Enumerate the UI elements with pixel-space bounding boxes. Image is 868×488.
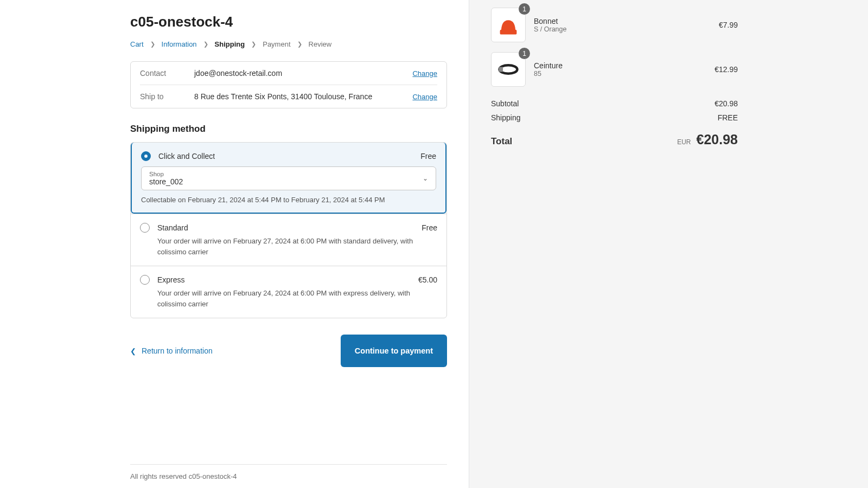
return-link-label: Return to information xyxy=(142,346,213,355)
item-price: €7.99 xyxy=(719,21,738,29)
method-click-collect[interactable]: Click and Collect Free Shop store_002 ⌄ … xyxy=(131,143,446,214)
method-name: Express xyxy=(157,275,411,284)
item-name: Ceinture xyxy=(534,61,706,70)
method-price: Free xyxy=(420,152,436,160)
subtotal-row: Subtotal €20.98 xyxy=(491,97,738,111)
shipto-value: 8 Rue des Trente Six Ponts, 31400 Toulou… xyxy=(194,92,412,101)
total-row: Total EUR €20.98 xyxy=(491,129,738,150)
total-currency: EUR xyxy=(677,138,691,146)
item-variant: 85 xyxy=(534,70,706,78)
breadcrumb-review: Review xyxy=(309,40,332,48)
shipping-row: Shipping FREE xyxy=(491,111,738,125)
shipping-methods: Click and Collect Free Shop store_002 ⌄ … xyxy=(130,142,447,318)
page-title: c05-onestock-4 xyxy=(130,14,447,30)
chevron-right-icon: ❯ xyxy=(150,41,155,48)
shipping-method-title: Shipping method xyxy=(130,124,447,134)
contact-value: jdoe@onestock-retail.com xyxy=(194,69,412,78)
chevron-right-icon: ❯ xyxy=(203,41,208,48)
chevron-down-icon: ⌄ xyxy=(423,175,428,182)
review-row-contact: Contact jdoe@onestock-retail.com Change xyxy=(140,62,437,85)
breadcrumb-payment: Payment xyxy=(263,40,290,48)
method-standard[interactable]: Standard Free Your order will arrive on … xyxy=(131,214,446,266)
order-summary: 1 Bonnet S / Orange €7.99 1 Ceinture 85 … xyxy=(469,0,868,488)
shipto-label: Ship to xyxy=(140,92,194,101)
item-price: €12.99 xyxy=(714,65,738,74)
method-price: €5.00 xyxy=(418,275,437,284)
shop-select-value: store_002 xyxy=(149,177,183,186)
qty-badge: 1 xyxy=(519,48,530,59)
item-name: Bonnet xyxy=(534,17,711,25)
review-box: Contact jdoe@onestock-retail.com Change … xyxy=(130,61,447,108)
method-price: Free xyxy=(422,223,437,232)
cart-item: 1 Ceinture 85 €12.99 xyxy=(491,52,738,87)
actions-row: ❮ Return to information Continue to paym… xyxy=(130,335,447,367)
chevron-left-icon: ❮ xyxy=(130,347,136,355)
footer-text: All rights reserved c05-onestock-4 xyxy=(130,464,447,488)
svg-rect-2 xyxy=(499,67,503,72)
method-express[interactable]: Express €5.00 Your order will arrive on … xyxy=(131,266,446,318)
chevron-right-icon: ❯ xyxy=(297,41,302,48)
shop-select-label: Shop xyxy=(149,171,183,177)
belt-icon xyxy=(496,57,520,81)
radio-icon[interactable] xyxy=(140,275,150,285)
method-desc: Your order will arrive on February 24, 2… xyxy=(157,288,437,309)
collect-note: Collectable on February 21, 2024 at 5:44… xyxy=(141,196,436,204)
return-link[interactable]: ❮ Return to information xyxy=(130,346,213,355)
total-value: €20.98 xyxy=(697,132,738,147)
contact-label: Contact xyxy=(140,69,194,78)
shipping-label: Shipping xyxy=(491,113,521,122)
shop-select[interactable]: Shop store_002 ⌄ xyxy=(141,166,436,190)
review-row-shipto: Ship to 8 Rue des Trente Six Ponts, 3140… xyxy=(140,85,437,108)
continue-button[interactable]: Continue to payment xyxy=(341,335,447,367)
chevron-right-icon: ❯ xyxy=(251,41,256,48)
subtotal-label: Subtotal xyxy=(491,99,519,108)
qty-badge: 1 xyxy=(519,3,530,15)
item-variant: S / Orange xyxy=(534,25,711,33)
breadcrumb-information[interactable]: Information xyxy=(162,40,197,48)
breadcrumb: Cart ❯ Information ❯ Shipping ❯ Payment … xyxy=(130,40,447,48)
breadcrumb-cart[interactable]: Cart xyxy=(130,40,144,48)
beanie-icon xyxy=(496,13,520,37)
method-name: Click and Collect xyxy=(158,152,413,160)
radio-icon[interactable] xyxy=(141,151,151,161)
total-label: Total xyxy=(491,136,512,147)
svg-rect-0 xyxy=(500,30,517,35)
radio-icon[interactable] xyxy=(140,223,150,233)
cart-item: 1 Bonnet S / Orange €7.99 xyxy=(491,8,738,42)
subtotal-value: €20.98 xyxy=(714,99,738,108)
method-name: Standard xyxy=(157,223,414,232)
shipping-value: FREE xyxy=(718,113,738,122)
change-shipto-link[interactable]: Change xyxy=(412,93,437,101)
change-contact-link[interactable]: Change xyxy=(412,69,437,78)
breadcrumb-shipping: Shipping xyxy=(215,40,245,48)
method-desc: Your order will arrive on February 27, 2… xyxy=(157,236,437,257)
